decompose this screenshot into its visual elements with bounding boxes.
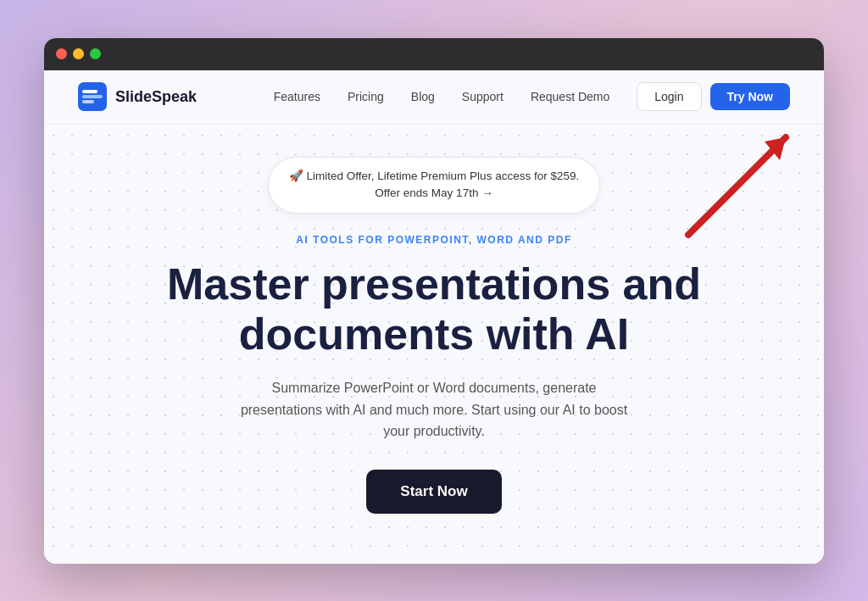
nav-link-blog[interactable]: Blog (411, 90, 435, 103)
page-content: SlideSpeak Features Pricing Blog Support… (44, 70, 824, 564)
login-button[interactable]: Login (637, 82, 701, 111)
svg-marker-5 (765, 137, 786, 160)
logo-text: SlideSpeak (115, 88, 197, 106)
nav-link-pricing[interactable]: Pricing (348, 90, 384, 103)
title-bar (44, 38, 824, 70)
svg-rect-2 (82, 95, 103, 98)
subtitle-label: AI TOOLS FOR POWERPOINT, WORD AND PDF (296, 234, 572, 246)
promo-text-line1: 🚀 Limited Offer, Lifetime Premium Plus a… (289, 168, 579, 185)
start-now-button[interactable]: Start Now (366, 470, 501, 514)
try-now-button[interactable]: Try Now (710, 83, 790, 110)
hero-title-line2: documents with AI (239, 309, 629, 359)
svg-rect-3 (82, 100, 94, 103)
logo-icon (78, 82, 107, 111)
svg-rect-1 (82, 90, 97, 93)
traffic-lights (56, 48, 101, 59)
navbar: SlideSpeak Features Pricing Blog Support… (44, 70, 824, 125)
nav-links: Features Pricing Blog Support Request De… (274, 90, 610, 103)
close-button[interactable] (56, 48, 67, 59)
hero-section: 🚀 Limited Offer, Lifetime Premium Plus a… (44, 125, 824, 564)
nav-link-support[interactable]: Support (462, 90, 504, 103)
minimize-button[interactable] (73, 48, 84, 59)
promo-text-line2: Offer ends May 17th → (375, 185, 492, 202)
nav-link-request-demo[interactable]: Request Demo (531, 90, 609, 103)
arrow-svg (654, 116, 807, 252)
svg-line-4 (688, 137, 786, 235)
arrow-annotation (654, 116, 807, 252)
nav-actions: Login Try Now (637, 82, 790, 111)
hero-title: Master presentations and documents with … (167, 259, 701, 361)
hero-title-line1: Master presentations and (167, 259, 701, 309)
promo-banner[interactable]: 🚀 Limited Offer, Lifetime Premium Plus a… (268, 157, 600, 214)
hero-description: Summarize PowerPoint or Word documents, … (231, 377, 637, 442)
logo-area[interactable]: SlideSpeak (78, 82, 197, 111)
browser-window: SlideSpeak Features Pricing Blog Support… (44, 38, 824, 564)
maximize-button[interactable] (90, 48, 101, 59)
nav-link-features[interactable]: Features (274, 90, 320, 103)
